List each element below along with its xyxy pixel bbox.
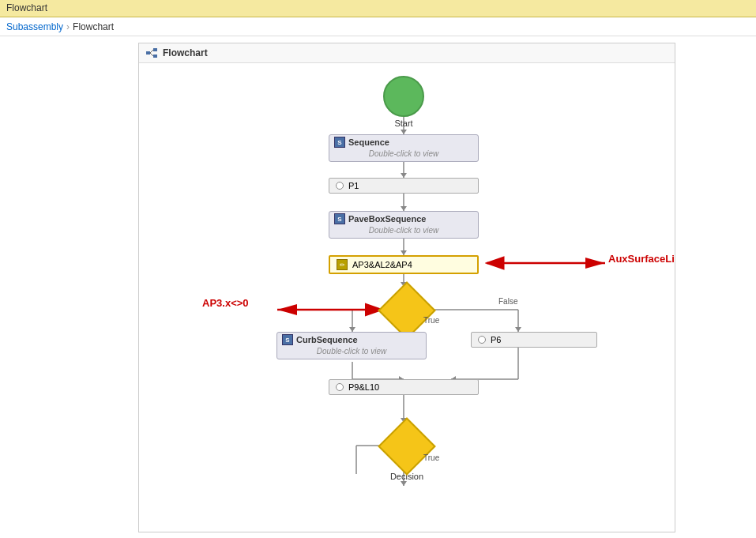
sequence1-header: S Sequence	[334, 137, 473, 148]
p9l10-box: P9&L10	[329, 379, 479, 395]
sequence1-label: Sequence	[348, 137, 389, 147]
curbseq-box[interactable]: S CurbSequence Double-click to view	[276, 332, 427, 359]
curbseq-node[interactable]: S CurbSequence Double-click to view	[276, 332, 427, 359]
svg-marker-36	[277, 304, 297, 315]
paveboxseq-node[interactable]: S PaveBoxSequence Double-click to view	[329, 211, 479, 239]
ap3-icon: ✏	[337, 259, 348, 270]
decision2-wrap: Decision	[383, 423, 431, 481]
decision1-diamond	[378, 281, 436, 340]
ap3-node[interactable]: ✏ AP3&AL2&AP4	[329, 255, 479, 274]
paveboxseq-box[interactable]: S PaveBoxSequence Double-click to view	[329, 211, 479, 239]
p9l10-circle	[336, 383, 344, 391]
paveboxseq-sub: Double-click to view	[334, 224, 473, 236]
svg-marker-38	[585, 258, 605, 269]
main-area: Flowchart	[0, 36, 756, 538]
auxlink-annotation: AuxSurfaceLink	[608, 253, 675, 265]
sequence1-box[interactable]: S Sequence Double-click to view	[329, 134, 479, 162]
p6-label: P6	[491, 335, 501, 344]
true-label1: True	[423, 316, 439, 325]
breadcrumb: Subassembly › Flowchart	[0, 17, 756, 36]
curbseq-header: S CurbSequence	[282, 334, 421, 345]
curbseq-sub: Double-click to view	[282, 345, 421, 357]
p6-box: P6	[471, 332, 597, 348]
flowchart-body[interactable]: Start S Sequence Double-click to view P1	[139, 63, 675, 529]
decision2-diamond	[378, 417, 436, 476]
p1-circle	[336, 182, 344, 190]
p6-circle	[478, 336, 486, 344]
start-node: Start	[383, 76, 424, 128]
decision2-node: Decision	[383, 423, 431, 481]
p1-node: P1	[329, 178, 479, 194]
flowchart-header: Flowchart	[139, 43, 675, 63]
svg-line-4	[150, 53, 153, 56]
p9l10-node: P9&L10	[329, 379, 479, 395]
true-label2: True	[423, 453, 439, 462]
curbseq-label: CurbSequence	[296, 335, 358, 344]
breadcrumb-part2: Flowchart	[73, 21, 114, 32]
title-bar-label: Flowchart	[6, 2, 47, 13]
false-label: False	[498, 297, 517, 306]
p6-node: P6	[471, 332, 597, 348]
svg-rect-1	[153, 48, 157, 51]
paveboxseq-label: PaveBoxSequence	[348, 214, 426, 224]
paveboxseq-icon: S	[334, 213, 345, 224]
ap3-box[interactable]: ✏ AP3&AL2&AP4	[329, 255, 479, 274]
ap3-label: AP3&AL2&AP4	[352, 260, 412, 269]
title-bar: Flowchart	[0, 0, 756, 17]
flowchart-panel: Flowchart	[138, 43, 675, 532]
sequence1-node[interactable]: S Sequence Double-click to view	[329, 134, 479, 162]
breadcrumb-part1[interactable]: Subassembly	[6, 21, 63, 32]
sequence1-icon: S	[334, 137, 345, 148]
svg-line-3	[150, 50, 153, 53]
curbseq-icon: S	[282, 334, 293, 345]
flowchart-title: Flowchart	[163, 47, 208, 58]
ap3-annotation: AP3.x<>0	[202, 297, 249, 309]
sequence1-sub: Double-click to view	[334, 148, 473, 160]
svg-rect-2	[153, 55, 157, 58]
breadcrumb-sep: ›	[66, 21, 70, 32]
paveboxseq-header: S PaveBoxSequence	[334, 213, 473, 224]
start-circle	[383, 76, 424, 117]
start-label: Start	[394, 119, 412, 128]
svg-rect-0	[146, 51, 150, 55]
p9l10-label: P9&L10	[348, 382, 379, 392]
p1-box: P1	[329, 178, 479, 194]
svg-marker-32	[401, 481, 407, 486]
p1-label: P1	[348, 181, 359, 190]
flowchart-header-icon	[145, 47, 158, 59]
